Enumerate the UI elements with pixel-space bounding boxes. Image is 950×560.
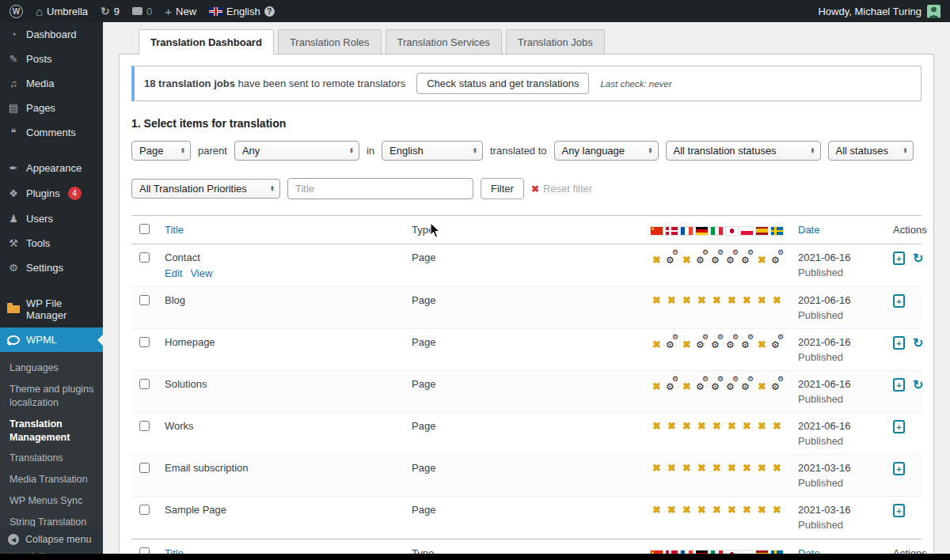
reset-filter-link[interactable]: ✖ Reset filter	[531, 183, 592, 195]
status-not-translated-icon-china[interactable]	[649, 380, 664, 392]
add-to-basket-icon[interactable]	[893, 462, 905, 475]
add-to-basket-icon[interactable]	[893, 504, 905, 517]
submenu-item-theme-and-plugins-localization[interactable]: Theme and plugins localization	[0, 379, 103, 414]
status-not-translated-icon-sweden[interactable]	[770, 294, 785, 306]
status-in-progress-icon-germany[interactable]	[694, 252, 709, 263]
status-not-translated-icon-italy[interactable]	[709, 504, 724, 516]
status-in-progress-icon-japan[interactable]	[724, 252, 739, 263]
site-name-link[interactable]: Umbrella	[36, 6, 88, 17]
status-not-translated-icon-spain[interactable]	[754, 294, 770, 306]
status-not-translated-icon-china[interactable]	[649, 504, 664, 516]
sidebar-item-posts[interactable]: Posts	[0, 47, 103, 71]
status-in-progress-icon-germany[interactable]	[694, 336, 709, 348]
status-not-translated-icon-italy[interactable]	[709, 420, 724, 432]
status-in-progress-icon-poland[interactable]	[739, 378, 754, 390]
submenu-item-translations[interactable]: Translations	[0, 448, 103, 469]
status-not-translated-icon-japan[interactable]	[724, 504, 739, 516]
submenu-item-media-translation[interactable]: Media Translation	[0, 469, 103, 490]
status-in-progress-icon-sweden[interactable]	[770, 336, 785, 348]
sidebar-item-media[interactable]: Media	[0, 71, 103, 96]
row-title[interactable]: Homepage	[165, 336, 215, 348]
status-in-progress-icon-poland[interactable]	[739, 252, 754, 263]
language-switcher[interactable]: English	[209, 6, 275, 17]
row-title[interactable]: Solutions	[165, 378, 207, 390]
row-checkbox[interactable]	[139, 421, 150, 431]
view-link[interactable]: View	[190, 267, 212, 279]
priority-select[interactable]: All Translation Priorities ▲▼	[131, 179, 280, 199]
sidebar-item-wpml[interactable]: WPML	[0, 327, 103, 352]
tab-translation-services[interactable]: Translation Services	[386, 29, 502, 54]
status-not-translated-icon-spain[interactable]	[754, 380, 770, 392]
sidebar-item-wp-file-manager[interactable]: WP File Manager	[0, 291, 103, 327]
filter-button[interactable]: Filter	[481, 178, 524, 199]
status-in-progress-icon-germany[interactable]	[694, 378, 709, 390]
date-column-header[interactable]: Date	[798, 224, 893, 236]
howdy-greeting[interactable]: Howdy, Michael Turing	[818, 6, 922, 17]
user-avatar[interactable]	[927, 5, 940, 18]
sidebar-item-settings[interactable]: Settings	[0, 255, 103, 280]
status-not-translated-icon-china[interactable]	[649, 294, 664, 306]
status-not-translated-icon-france[interactable]	[679, 339, 694, 350]
status-not-translated-icon-japan[interactable]	[724, 462, 739, 474]
status-not-translated-icon-china[interactable]	[649, 339, 664, 350]
status-not-translated-icon-france[interactable]	[679, 420, 694, 432]
status-not-translated-icon-france[interactable]	[679, 462, 694, 474]
select-all-checkbox[interactable]	[139, 224, 150, 234]
status-in-progress-icon-denmark[interactable]	[664, 252, 679, 263]
status-in-progress-icon-denmark[interactable]	[664, 336, 679, 348]
status-not-translated-icon-germany[interactable]	[694, 420, 709, 432]
row-checkbox[interactable]	[139, 337, 150, 347]
status-not-translated-icon-spain[interactable]	[754, 254, 770, 266]
translation-status-select[interactable]: All translation statuses ▲▼	[666, 141, 821, 161]
check-status-button[interactable]: Check status and get translations	[416, 73, 589, 94]
status-not-translated-icon-sweden[interactable]	[770, 504, 785, 516]
sidebar-item-pages[interactable]: Pages	[0, 96, 103, 120]
status-select[interactable]: All statuses ▲▼	[828, 141, 914, 161]
tab-translation-dashboard[interactable]: Translation Dashboard	[139, 29, 274, 55]
status-not-translated-icon-germany[interactable]	[694, 462, 709, 474]
status-not-translated-icon-france[interactable]	[679, 294, 694, 306]
sidebar-item-comments[interactable]: Comments	[0, 120, 103, 145]
status-not-translated-icon-denmark[interactable]	[664, 294, 679, 306]
sidebar-item-plugins[interactable]: Plugins4	[0, 180, 103, 206]
tab-translation-jobs[interactable]: Translation Jobs	[506, 29, 605, 54]
edit-link[interactable]: Edit	[165, 267, 182, 279]
add-to-basket-icon[interactable]	[893, 378, 905, 392]
status-not-translated-icon-poland[interactable]	[739, 420, 754, 432]
status-in-progress-icon-italy[interactable]	[709, 252, 724, 263]
status-not-translated-icon-denmark[interactable]	[664, 462, 679, 474]
add-to-basket-icon[interactable]	[893, 252, 905, 265]
status-not-translated-icon-spain[interactable]	[754, 504, 770, 516]
row-checkbox[interactable]	[139, 379, 150, 389]
sidebar-item-dashboard[interactable]: Dashboard	[0, 22, 103, 47]
status-not-translated-icon-germany[interactable]	[694, 504, 709, 516]
comments-indicator[interactable]: 0	[132, 6, 152, 17]
status-not-translated-icon-china[interactable]	[649, 254, 664, 266]
status-not-translated-icon-china[interactable]	[649, 420, 664, 432]
collapse-menu-button[interactable]: Collapse menu	[0, 527, 103, 552]
row-title[interactable]: Contact	[165, 252, 200, 263]
status-not-translated-icon-china[interactable]	[649, 462, 664, 474]
title-column-header[interactable]: Title	[165, 224, 412, 236]
status-not-translated-icon-poland[interactable]	[739, 462, 754, 474]
submenu-item-languages[interactable]: Languages	[0, 358, 103, 379]
add-to-basket-icon[interactable]	[893, 336, 905, 350]
status-in-progress-icon-sweden[interactable]	[770, 252, 785, 263]
new-content-button[interactable]: New	[165, 5, 196, 18]
status-in-progress-icon-sweden[interactable]	[770, 378, 785, 390]
source-language-select[interactable]: English ▲▼	[382, 141, 483, 161]
status-not-translated-icon-denmark[interactable]	[664, 504, 679, 516]
status-not-translated-icon-poland[interactable]	[739, 294, 754, 306]
parent-select[interactable]: Any ▲▼	[234, 141, 359, 161]
row-checkbox[interactable]	[139, 295, 150, 305]
status-not-translated-icon-france[interactable]	[679, 254, 694, 266]
status-in-progress-icon-poland[interactable]	[739, 336, 754, 348]
add-to-basket-icon[interactable]	[893, 420, 905, 433]
row-checkbox[interactable]	[139, 252, 150, 263]
row-checkbox[interactable]	[139, 463, 150, 473]
sync-translation-icon[interactable]	[913, 337, 923, 350]
row-title[interactable]: Sample Page	[165, 504, 226, 516]
status-not-translated-icon-italy[interactable]	[709, 294, 724, 306]
status-not-translated-icon-spain[interactable]	[754, 420, 770, 432]
status-not-translated-icon-poland[interactable]	[739, 504, 754, 516]
